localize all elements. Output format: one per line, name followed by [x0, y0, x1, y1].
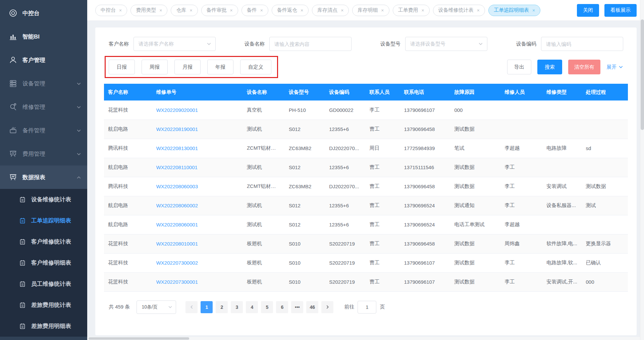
board-display-button[interactable]: 看板展示: [604, 4, 637, 17]
col-contact-person: 联系人员: [365, 84, 400, 100]
sidebar-subitem-employee-repair-stats[interactable]: 员工维修统计表: [0, 273, 87, 294]
horizontal-scrollbar-thumb[interactable]: [89, 337, 189, 340]
table-row[interactable]: 航启电路 WX202208060002 测试机 S012 12355+6 曹工 …: [104, 196, 628, 215]
cell-repair-order-link[interactable]: WX202208110001: [152, 158, 243, 177]
cell-customer-name: 腾讯科技: [104, 177, 152, 196]
chevron-down-icon: [76, 81, 81, 86]
table-body: 花篮科技 WX202209020001 真空机 PH-510 GD000022 …: [104, 100, 628, 291]
cell-repair-order-link[interactable]: WX202208190001: [152, 120, 243, 139]
tab-inventory-check[interactable]: 库存清点×: [312, 5, 349, 16]
chevron-down-icon: [76, 128, 81, 133]
cell-repair-order-link[interactable]: WX202208060002: [152, 196, 243, 215]
table-row[interactable]: 花篮科技 WX202207300002 板翅机 S010 S20220719 曹…: [104, 253, 628, 272]
export-button[interactable]: 导出: [507, 60, 531, 74]
table-row[interactable]: 花篮科技 WX202209020001 真空机 PH-510 GD000022 …: [104, 100, 628, 120]
sidebar-subitem-customer-repair-stats[interactable]: 客户维修统计表: [0, 231, 87, 252]
tab-close-icon[interactable]: ×: [422, 8, 424, 13]
page-size-select[interactable]: 10条/页: [137, 300, 176, 314]
tab-close-icon[interactable]: ×: [532, 8, 535, 13]
select-placeholder: 请选择设备型号: [410, 41, 445, 47]
sidebar-item-expenses[interactable]: 费用管理: [0, 142, 87, 165]
expand-link[interactable]: 展开: [606, 64, 623, 70]
sidebar-subitem-customer-repair-detail[interactable]: 客户维修明细表: [0, 252, 87, 273]
cell-repair-order-link[interactable]: WX202207300002: [152, 253, 243, 272]
prev-page-button[interactable]: [185, 301, 198, 313]
cell-device-name: 测试机: [243, 158, 285, 177]
presentation-chart-icon: [9, 149, 17, 158]
tab-console[interactable]: 中控台×: [95, 5, 127, 16]
page-button-1[interactable]: 1: [201, 301, 213, 313]
daily-report-button[interactable]: 日报: [109, 60, 135, 74]
tab-inventory-detail[interactable]: 库存明细×: [352, 5, 389, 16]
tab-workorder-expense[interactable]: 工单费用×: [393, 5, 430, 16]
goto-page-input[interactable]: [358, 301, 376, 314]
sidebar-item-customers[interactable]: 客户管理: [0, 48, 87, 72]
page-button-2[interactable]: 2: [216, 301, 228, 313]
table-row[interactable]: 航启电路 WX202208110001 测试机 S012 12355+6 曹工 …: [104, 158, 628, 177]
tab-workorder-tracking-active[interactable]: 工单追踪明细表×: [488, 5, 540, 16]
clear-all-button[interactable]: 清空所有: [568, 60, 600, 74]
tab-device-repair-stats[interactable]: 设备维修统计表×: [433, 5, 485, 16]
cell-repair-person: 李工: [500, 272, 542, 291]
table-row[interactable]: 航启电路 WX202208060001 测试机 S012 12355+6 曹工 …: [104, 215, 628, 234]
monthly-report-button[interactable]: 月报: [174, 60, 201, 74]
sidebar-item-reports[interactable]: 数据报表: [0, 165, 87, 189]
page-button-46[interactable]: 46: [306, 301, 318, 313]
device-name-label: 设备名称: [245, 41, 265, 47]
table-row[interactable]: 腾讯科技 WX202208130001 ZCMT铝材切割... ZC63MB2 …: [104, 139, 628, 158]
search-button[interactable]: 搜索: [537, 60, 562, 74]
cell-repair-order-link[interactable]: WX202208060003: [152, 177, 243, 196]
table-row[interactable]: 航启电路 WX202208190001 测试机 S012 12355+6 曹工 …: [104, 120, 628, 139]
device-code-input[interactable]: [541, 37, 623, 51]
vertical-scrollbar-thumb[interactable]: [641, 19, 644, 130]
page-button-4[interactable]: 4: [246, 301, 258, 313]
custom-report-button[interactable]: 自定义: [240, 60, 271, 74]
table-row[interactable]: 腾讯科技 WX202208060003 ZCMT铝材切割... ZC63MB2 …: [104, 177, 628, 196]
tab-close-icon[interactable]: ×: [341, 8, 343, 13]
weekly-report-button[interactable]: 周报: [142, 60, 168, 74]
tab-parts-approval[interactable]: 备件审批×: [201, 5, 238, 16]
tab-warehouse[interactable]: 仓库×: [171, 5, 198, 16]
tab-close-icon[interactable]: ×: [381, 8, 384, 13]
horizontal-scrollbar[interactable]: [87, 337, 640, 340]
tab-close-icon[interactable]: ×: [230, 8, 233, 13]
sidebar-item-bi[interactable]: 智能BI: [0, 25, 87, 48]
cell-repair-order-link[interactable]: WX202208060001: [152, 215, 243, 234]
sidebar-subitem-workorder-tracking[interactable]: 工单追踪明细表: [0, 210, 87, 231]
next-page-button[interactable]: [321, 301, 333, 313]
sidebar-subitem-travel-expense-stats[interactable]: 差旅费用统计表: [0, 294, 87, 316]
report-table-icon: [19, 238, 26, 246]
sidebar-item-maintenance[interactable]: 维修管理: [0, 95, 87, 119]
tab-close-icon[interactable]: ×: [119, 8, 122, 13]
tab-close-icon[interactable]: ×: [301, 8, 303, 13]
tab-close-icon[interactable]: ×: [190, 8, 192, 13]
close-tab-button[interactable]: 关闭: [577, 4, 599, 17]
yearly-report-button[interactable]: 年报: [207, 60, 233, 74]
tab-label: 备件: [247, 7, 257, 13]
table-row[interactable]: 花篮科技 WX202208010001 板翅机 S010 S20220719 曹…: [104, 234, 628, 253]
device-name-input[interactable]: [269, 37, 352, 51]
sidebar-subitem-device-repair-stats[interactable]: 设备维修统计表: [0, 189, 87, 210]
sidebar-item-parts[interactable]: 备件管理: [0, 119, 87, 142]
customer-name-select[interactable]: 请选择客户名称: [133, 37, 216, 51]
tab-close-icon[interactable]: ×: [260, 8, 263, 13]
sidebar-item-console[interactable]: 中控台: [0, 1, 87, 25]
page-button-3[interactable]: 3: [231, 301, 243, 313]
tab-close-icon[interactable]: ×: [159, 8, 162, 13]
tab-expense-type[interactable]: 费用类型×: [130, 5, 167, 16]
tab-parts[interactable]: 备件×: [241, 5, 268, 16]
table-row[interactable]: 花篮科技 WX202207300001 板翅机 S010 S20220719 曹…: [104, 272, 628, 291]
page-button-5[interactable]: 5: [261, 301, 273, 313]
tab-parts-return[interactable]: 备件返仓×: [272, 5, 309, 16]
cell-repair-order-link[interactable]: WX202208010001: [152, 234, 243, 253]
cell-repair-order-link[interactable]: WX202207300001: [152, 272, 243, 291]
vertical-scrollbar[interactable]: [640, 0, 644, 340]
device-model-select[interactable]: 请选择设备型号: [405, 37, 487, 51]
cell-repair-order-link[interactable]: WX202209020001: [152, 100, 243, 120]
more-pages-button[interactable]: •••: [291, 301, 303, 313]
page-button-6[interactable]: 6: [276, 301, 288, 313]
sidebar-item-devices[interactable]: 设备管理: [0, 72, 87, 95]
tab-close-icon[interactable]: ×: [477, 8, 480, 13]
cell-repair-order-link[interactable]: WX202208130001: [152, 139, 243, 158]
sidebar-subitem-travel-expense-detail[interactable]: 差旅费用明细表: [0, 316, 87, 337]
